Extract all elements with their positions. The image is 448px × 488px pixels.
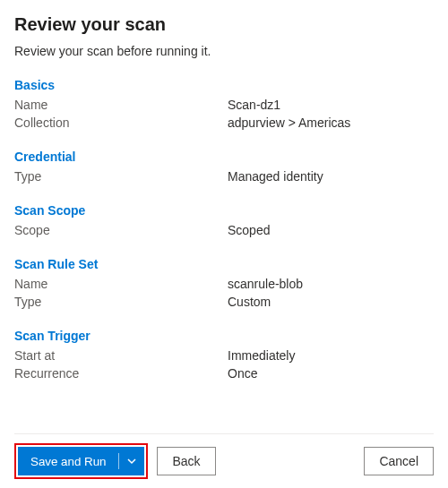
chevron-down-icon[interactable] — [119, 456, 144, 467]
trigger-recurrence-label: Recurrence — [14, 366, 228, 381]
ruleset-name-value: scanrule-blob — [228, 277, 434, 291]
save-run-highlight: Save and Run — [14, 443, 148, 479]
save-and-run-button[interactable]: Save and Run — [18, 447, 144, 475]
basics-name-value: Scan-dz1 — [228, 98, 434, 112]
ruleset-name-label: Name — [14, 277, 228, 291]
section-title-basics: Basics — [14, 78, 434, 92]
section-ruleset: Scan Rule Set Name scanrule-blob Type Cu… — [14, 257, 434, 309]
credential-type-label: Type — [14, 169, 228, 184]
save-and-run-label: Save and Run — [18, 455, 118, 468]
page-subtitle: Review your scan before running it. — [14, 44, 434, 58]
scope-label: Scope — [14, 223, 228, 237]
ruleset-type-value: Custom — [228, 295, 434, 309]
section-credential: Credential Type Managed identity — [14, 150, 434, 184]
basics-name-label: Name — [14, 98, 228, 112]
back-button[interactable]: Back — [157, 447, 215, 475]
ruleset-type-label: Type — [14, 295, 228, 309]
section-basics: Basics Name Scan-dz1 Collection adpurvie… — [14, 78, 434, 130]
cancel-button[interactable]: Cancel — [364, 447, 434, 475]
trigger-start-value: Immediately — [228, 348, 434, 363]
credential-type-value: Managed identity — [228, 169, 434, 184]
footer: Save and Run Back Cancel — [14, 433, 434, 479]
trigger-start-label: Start at — [14, 348, 228, 363]
scope-value: Scoped — [228, 223, 434, 237]
section-title-credential: Credential — [14, 150, 434, 164]
section-title-ruleset: Scan Rule Set — [14, 257, 434, 271]
basics-collection-value: adpurview > Americas — [228, 116, 434, 130]
section-trigger: Scan Trigger Start at Immediately Recurr… — [14, 329, 434, 381]
trigger-recurrence-value: Once — [228, 366, 434, 381]
page-title: Review your scan — [14, 14, 434, 35]
section-title-trigger: Scan Trigger — [14, 329, 434, 343]
basics-collection-label: Collection — [14, 116, 228, 130]
section-title-scope: Scan Scope — [14, 203, 434, 218]
section-scope: Scan Scope Scope Scoped — [14, 203, 434, 237]
